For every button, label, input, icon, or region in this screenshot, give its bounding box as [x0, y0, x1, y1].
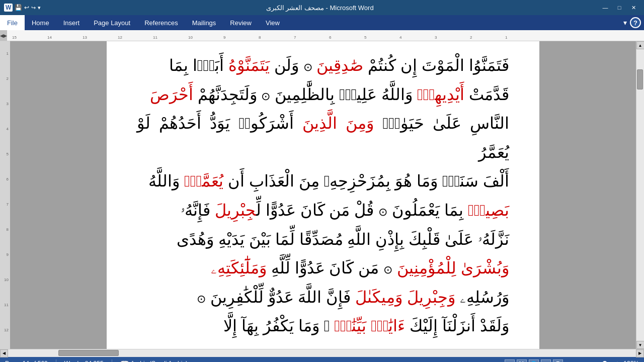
tab-mailings[interactable]: Mailings [185, 15, 223, 30]
outline-button[interactable]: ≡ [541, 359, 551, 362]
v-ruler-8: 8 [7, 227, 9, 232]
horizontal-scrollbar[interactable]: ◀ ▶ [0, 349, 644, 357]
zoom-out-button[interactable]: − [567, 359, 571, 362]
v-ruler-11: 11 [4, 303, 9, 307]
redo-icon[interactable]: ↪ [31, 5, 36, 11]
tab-page-layout[interactable]: Page Layout [87, 15, 137, 30]
quran-line-5: بَصِيرٌۢ بِمَا يَعْمَلُونَ ⊙ قُلْ مَن كَ… [137, 196, 509, 225]
window-title: مصحف العشر الكبرى - Microsoft Word [41, 4, 599, 12]
ruler-mark-12: 12 [118, 35, 122, 40]
tab-file[interactable]: File [0, 15, 25, 30]
main-area: 1 2 3 4 5 6 7 8 9 10 11 12 فَتَمَنَّوُا … [0, 41, 644, 349]
status-right: ▤ ⛶ 🌐 ≡ ≣ − + 130% [505, 359, 639, 362]
spell-check-icon: 📖 [120, 359, 129, 362]
v-ruler-1: 1 [7, 51, 9, 56]
quran-line-8: وَرُسُلِهِۦ وَجِبْرِيلَ وَمِيكَىٰلَ فَإِ… [137, 283, 509, 312]
minimize-button[interactable]: — [599, 3, 612, 13]
tab-home[interactable]: Home [25, 15, 56, 30]
ruler-left-marker: ◀▶ [0, 30, 7, 41]
ribbon-tabs: File Home Insert Page Layout References … [0, 15, 644, 30]
ruler-mark-10: 10 [188, 35, 193, 40]
ruler: ◀▶ 15 14 13 12 11 10 9 8 7 6 5 4 3 2 1 [0, 30, 644, 41]
v-ruler-7: 7 [7, 202, 9, 207]
language-indicator: 📖 Arabic (Saudi Arabia) [120, 359, 188, 362]
ruler-mark-8: 8 [259, 35, 261, 40]
zoom-in-button[interactable]: + [615, 359, 619, 362]
ruler-mark-6: 6 [329, 35, 331, 40]
quran-line-2: قَدَّمَتْ أَيْدِيهِمْۗ وَاللَّهُ عَلِيمٌ… [137, 80, 509, 110]
vertical-scrollbar[interactable]: ▲ ▼ [636, 41, 644, 349]
status-separator-2 [112, 359, 112, 362]
v-ruler-3: 3 [7, 102, 9, 106]
v-ruler-12: 12 [4, 328, 9, 332]
ribbon: File Home Insert Page Layout References … [0, 15, 644, 30]
ruler-mark-14: 14 [47, 35, 52, 40]
ruler-mark-1: 1 [505, 35, 507, 40]
quran-text: فَتَمَنَّوُا الْمَوْتَ إِن كُنتُمْ صَٰدِ… [137, 51, 509, 341]
tab-view[interactable]: View [259, 15, 287, 30]
title-bar: W 💾 ↩ ↪ ▾ مصحف العشر الكبرى - Microsoft … [0, 0, 644, 15]
scroll-up-button[interactable]: ▲ [636, 41, 645, 49]
tab-references[interactable]: References [137, 15, 185, 30]
v-ruler-5: 5 [7, 152, 9, 156]
web-layout-button[interactable]: 🌐 [529, 359, 539, 362]
tab-review[interactable]: Review [223, 15, 259, 30]
status-bar: Page: 14 of 560 Words: 84,355 📖 Arabic (… [0, 357, 644, 362]
document-page: فَتَمَنَّوُا الْمَوْتَ إِن كُنتُمْ صَٰدِ… [107, 41, 539, 349]
word-icon: W [4, 4, 13, 12]
v-ruler-10: 10 [4, 278, 9, 282]
help-button[interactable]: ? [630, 17, 641, 28]
zoom-level[interactable]: 130% [623, 360, 639, 362]
ruler-mark-4: 4 [399, 35, 401, 40]
left-ruler: 1 2 3 4 5 6 7 8 9 10 11 12 [0, 41, 10, 349]
ruler-mark-2: 2 [470, 35, 472, 40]
tab-insert[interactable]: Insert [56, 15, 87, 30]
ruler-mark-11: 11 [153, 35, 157, 40]
h-scroll-thumb[interactable] [58, 350, 119, 356]
quran-line-1: فَتَمَنَّوُا الْمَوْتَ إِن كُنتُمْ صَٰدِ… [137, 51, 509, 80]
page-count: Page: 14 of 560 [5, 360, 48, 362]
ruler-mark-9: 9 [223, 35, 225, 40]
v-ruler-9: 9 [7, 252, 9, 257]
v-ruler-2: 2 [7, 76, 9, 81]
h-scroll-track[interactable] [8, 349, 636, 357]
v-ruler-6: 6 [7, 177, 9, 182]
ruler-mark-15: 15 [12, 35, 17, 40]
view-icons: ▤ ⛶ 🌐 ≡ ≣ [505, 359, 563, 362]
scroll-track[interactable] [636, 49, 644, 341]
scroll-right-button[interactable]: ▶ [636, 349, 644, 357]
close-button[interactable]: ✕ [627, 3, 640, 13]
quran-line-6: نَزَّلَهُۥ عَلَىٰ قَلْبِكَ بِإِذْنِ اللَ… [137, 225, 509, 254]
maximize-button[interactable]: □ [613, 3, 626, 13]
document-area: فَتَمَنَّوُا الْمَوْتَ إِن كُنتُمْ صَٰدِ… [10, 41, 636, 349]
quran-line-7: وَبُشْرَىٰ لِلْمُؤْمِنِينَ ⊙ مَن كَانَ ع… [137, 254, 509, 283]
ruler-mark-13: 13 [83, 35, 87, 40]
ruler-mark-7: 7 [294, 35, 296, 40]
zoom-control: − + 130% [567, 359, 639, 362]
scroll-left-button[interactable]: ◀ [0, 349, 8, 357]
scroll-down-button[interactable]: ▼ [636, 341, 645, 349]
v-ruler-4: 4 [7, 127, 9, 131]
quran-line-3: النَّاسِ عَلَىٰ حَيَوٰةٍۢ وَمِنَ الَّذِي… [137, 109, 509, 167]
ruler-mark-5: 5 [364, 35, 366, 40]
quran-line-4: أَلْفَ سَنَةٍۢ وَمَا هُوَ بِمُزَحْزِحِهِ… [137, 167, 509, 196]
ruler-mark-3: 3 [435, 35, 437, 40]
ribbon-help: ▾ ? [623, 17, 644, 28]
ruler-content: 15 14 13 12 11 10 9 8 7 6 5 4 3 2 1 [7, 30, 644, 41]
expand-ribbon-icon[interactable]: ▾ [623, 19, 627, 27]
status-separator-1 [56, 359, 56, 362]
scroll-thumb[interactable] [637, 69, 643, 89]
print-layout-button[interactable]: ▤ [505, 359, 515, 362]
window-controls: — □ ✕ [599, 3, 640, 13]
full-screen-button[interactable]: ⛶ [517, 359, 527, 362]
undo-icon[interactable]: ↩ [24, 4, 29, 11]
draft-button[interactable]: ≣ [553, 359, 563, 362]
quran-line-9: وَلَقَدْ أَنزَلْنَآ إِلَيْكَ ءَايَٰتٍۢ ب… [137, 312, 509, 341]
title-bar-icons: W 💾 ↩ ↪ ▾ [4, 4, 41, 12]
save-icon[interactable]: 💾 [15, 4, 22, 11]
word-count: Words: 84,355 [64, 360, 104, 362]
